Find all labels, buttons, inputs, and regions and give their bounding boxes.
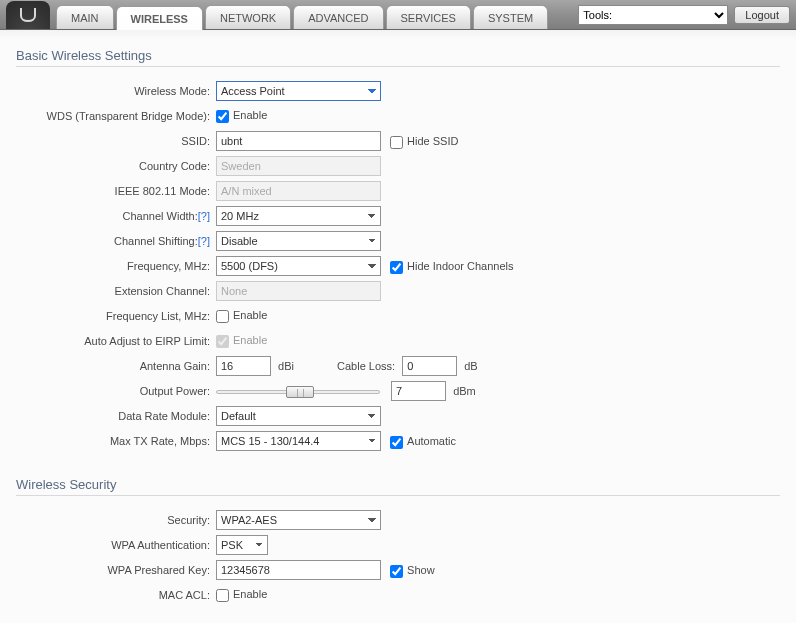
output-power-slider[interactable] [216,385,380,399]
wds-enable-text: Enable [233,109,267,121]
label-max-tx: Max TX Rate, Mbps: [16,430,216,452]
label-output-power: Output Power: [16,380,216,402]
ieee-mode-select: A/N mixed [216,181,381,201]
antenna-gain-unit: dBi [278,360,294,372]
label-freq-list: Frequency List, MHz: [16,305,216,327]
country-select: Sweden [216,156,381,176]
label-wpa-psk: WPA Preshared Key: [16,559,216,581]
label-antenna-gain: Antenna Gain: [16,355,216,377]
wds-enable-checkbox[interactable] [216,110,229,123]
channel-shifting-select[interactable]: Disable [216,231,381,251]
hide-indoor-text: Hide Indoor Channels [407,260,513,272]
freq-list-text: Enable [233,309,267,321]
automatic-text: Automatic [407,435,456,447]
automatic-checkbox[interactable] [390,436,403,449]
label-cable-loss: Cable Loss: [337,360,395,372]
tab-services[interactable]: SERVICES [386,5,471,29]
data-rate-select[interactable]: Default [216,406,381,426]
chshift-help-icon[interactable]: [?] [198,235,210,247]
label-chshift: Channel Shifting:[?] [16,230,216,252]
label-wds: WDS (Transparent Bridge Mode): [16,105,216,127]
top-tools: Tools: Logout [572,5,796,29]
tab-network[interactable]: NETWORK [205,5,291,29]
show-psk-text: Show [407,564,435,576]
section-basic-title: Basic Wireless Settings [16,48,780,67]
basic-form: Wireless Mode: Access Point WDS (Transpa… [16,77,513,455]
label-wireless-mode: Wireless Mode: [16,80,216,102]
main-tabs: MAIN WIRELESS NETWORK ADVANCED SERVICES … [56,5,550,29]
top-bar: MAIN WIRELESS NETWORK ADVANCED SERVICES … [0,0,796,30]
ssid-input[interactable] [216,131,381,151]
label-wpa-auth: WPA Authentication: [16,534,216,556]
hide-indoor-checkbox[interactable] [390,261,403,274]
show-psk-checkbox[interactable] [390,565,403,578]
security-form: Security: WPA2-AES WPA Authentication: P… [16,506,435,609]
max-tx-select[interactable]: MCS 15 - 130/144.4 [216,431,381,451]
wpa-psk-input[interactable] [216,560,381,580]
label-data-rate: Data Rate Module: [16,405,216,427]
channel-width-select[interactable]: 20 MHz [216,206,381,226]
label-ssid: SSID: [16,130,216,152]
label-ext-channel: Extension Channel: [16,280,216,302]
tools-dropdown[interactable]: Tools: [578,5,728,25]
output-power-unit: dBm [453,385,476,397]
antenna-gain-input[interactable] [216,356,271,376]
mac-acl-checkbox[interactable] [216,589,229,602]
label-ieee: IEEE 802.11 Mode: [16,180,216,202]
label-security: Security: [16,509,216,531]
label-eirp: Auto Adjust to EIRP Limit: [16,330,216,352]
cable-loss-unit: dB [464,360,477,372]
mac-acl-text: Enable [233,588,267,600]
tab-advanced[interactable]: ADVANCED [293,5,383,29]
tab-wireless[interactable]: WIRELESS [116,6,203,30]
tab-main[interactable]: MAIN [56,5,114,29]
frequency-select[interactable]: 5500 (DFS) [216,256,381,276]
cable-loss-input[interactable] [402,356,457,376]
eirp-text: Enable [233,334,267,346]
hide-ssid-text: Hide SSID [407,135,458,147]
wpa-auth-select[interactable]: PSK [216,535,268,555]
logout-button[interactable]: Logout [734,6,790,24]
ubiquiti-icon [17,6,39,24]
tab-system[interactable]: SYSTEM [473,5,548,29]
label-chwidth: Channel Width:[?] [16,205,216,227]
label-country: Country Code: [16,155,216,177]
chwidth-help-icon[interactable]: [?] [198,210,210,222]
brand-logo [6,1,50,29]
security-select[interactable]: WPA2-AES [216,510,381,530]
freq-list-checkbox[interactable] [216,310,229,323]
eirp-checkbox [216,335,229,348]
hide-ssid-checkbox[interactable] [390,136,403,149]
content-area: Basic Wireless Settings Wireless Mode: A… [0,30,796,623]
label-frequency: Frequency, MHz: [16,255,216,277]
ext-channel-select: None [216,281,381,301]
output-power-input[interactable] [391,381,446,401]
wireless-mode-select[interactable]: Access Point [216,81,381,101]
label-mac-acl: MAC ACL: [16,584,216,606]
section-security-title: Wireless Security [16,477,780,496]
